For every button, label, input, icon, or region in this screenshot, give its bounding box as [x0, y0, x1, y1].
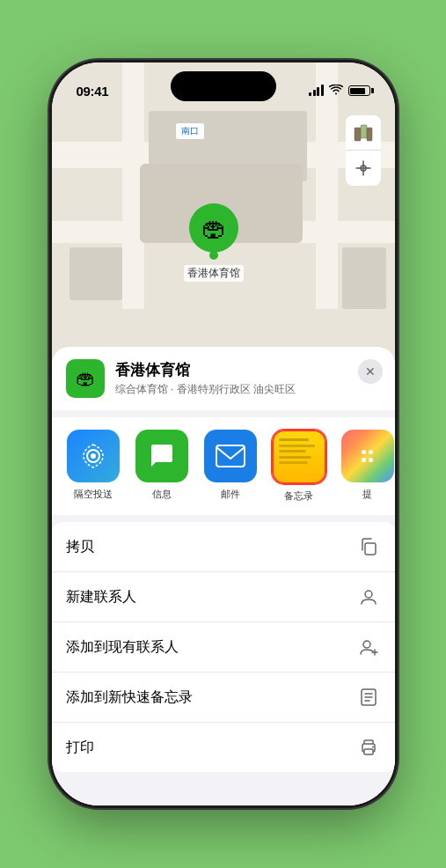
signal-icon: [309, 85, 324, 96]
action-copy[interactable]: 拷贝: [52, 522, 395, 572]
more-icon: [341, 430, 394, 482]
status-time: 09:41: [77, 84, 109, 99]
venue-icon: 🏟: [66, 359, 105, 398]
messages-label: 信息: [152, 488, 172, 501]
airdrop-label: 隔空投送: [74, 488, 113, 501]
action-add-notes-label: 添加到新快速备忘录: [66, 688, 193, 707]
note-icon: [356, 685, 381, 710]
phone-frame: 09:41: [52, 63, 395, 805]
share-messages[interactable]: 信息: [131, 430, 193, 503]
svg-rect-17: [364, 749, 373, 754]
notes-icon: [272, 430, 326, 484]
venue-subtitle: 综合体育馆 · 香港特别行政区 油尖旺区: [115, 382, 381, 397]
pin-label: 香港体育馆: [184, 265, 244, 282]
battery-icon: [348, 85, 370, 96]
svg-rect-2: [367, 128, 372, 141]
person-plus-icon: [356, 635, 381, 659]
stadium-pin: 🏟 香港体育馆: [184, 203, 244, 282]
svg-rect-1: [361, 125, 367, 138]
svg-rect-7: [365, 543, 376, 555]
action-new-contact-label: 新建联系人: [66, 588, 136, 607]
venue-header: 🏟 香港体育馆 综合体育馆 · 香港特别行政区 油尖旺区 ✕: [52, 347, 395, 410]
action-add-existing-label: 添加到现有联系人: [66, 638, 179, 657]
messages-icon: [135, 430, 188, 482]
dynamic-island: [171, 71, 276, 101]
wifi-icon: [329, 85, 343, 98]
map-controls: [346, 115, 381, 186]
share-notes[interactable]: 备忘录: [268, 430, 330, 503]
svg-rect-6: [216, 445, 245, 467]
svg-point-8: [365, 591, 372, 598]
map-label: 南口: [175, 122, 205, 140]
notes-label: 备忘录: [284, 489, 313, 503]
mail-icon: [204, 430, 257, 482]
bottom-sheet: 🏟 香港体育馆 综合体育馆 · 香港特别行政区 油尖旺区 ✕ 隔空投送: [52, 347, 395, 805]
printer-icon: [356, 735, 381, 760]
svg-point-9: [363, 641, 370, 648]
share-mail[interactable]: 邮件: [200, 430, 261, 503]
copy-icon: [356, 534, 381, 559]
close-button[interactable]: ✕: [358, 359, 383, 384]
share-more[interactable]: 提: [337, 430, 395, 503]
svg-rect-0: [355, 128, 361, 141]
action-new-contact[interactable]: 新建联系人: [52, 572, 395, 622]
action-print-label: 打印: [66, 739, 94, 757]
more-label: 提: [362, 488, 372, 501]
location-button[interactable]: [346, 151, 381, 186]
map-type-button[interactable]: [346, 115, 381, 151]
action-add-existing[interactable]: 添加到现有联系人: [52, 622, 395, 673]
action-copy-label: 拷贝: [66, 538, 94, 556]
action-print[interactable]: 打印: [52, 723, 395, 772]
mail-label: 邮件: [221, 488, 240, 501]
venue-info: 香港体育馆 综合体育馆 · 香港特别行政区 油尖旺区: [115, 360, 381, 397]
action-list: 拷贝 新建联系人: [52, 522, 395, 772]
pin-icon: 🏟: [189, 203, 238, 253]
share-airdrop[interactable]: 隔空投送: [62, 430, 124, 503]
svg-point-18: [372, 747, 374, 748]
venue-name: 香港体育馆: [115, 360, 381, 380]
person-icon: [356, 585, 381, 609]
airdrop-icon: [67, 430, 120, 482]
status-icons: [309, 85, 370, 98]
share-row: 隔空投送 信息 邮件: [52, 417, 395, 515]
action-add-notes[interactable]: 添加到新快速备忘录: [52, 673, 395, 723]
svg-point-5: [91, 453, 96, 459]
